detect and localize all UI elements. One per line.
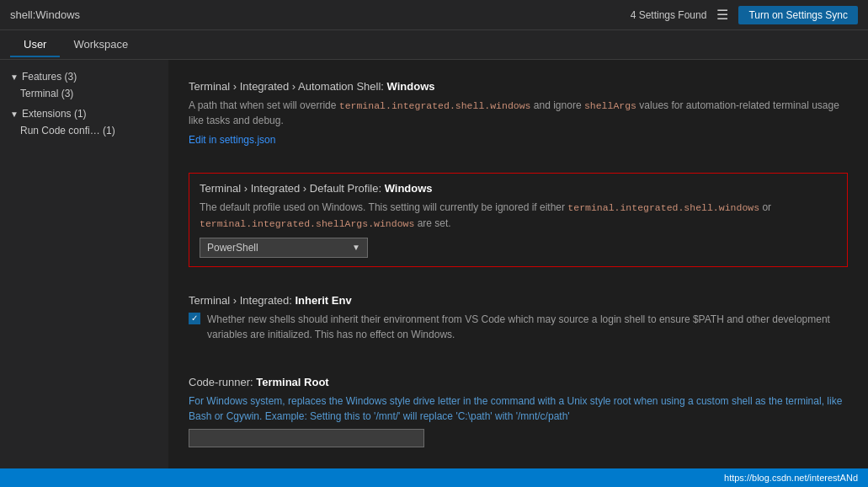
status-bar: https://blog.csdn.net/interestANd (0, 468, 868, 487)
chevron-down-icon: ▼ (10, 72, 19, 82)
tab-workspace[interactable]: Workspace (60, 33, 141, 57)
setting-inherit-env: Terminal › Integrated: Inherit Env ✓ Whe… (189, 287, 848, 349)
sidebar-section-extensions: ▼ Extensions (1) Run Code confi… (1) (0, 104, 168, 141)
sidebar-section-features: ▼ Features (3) Terminal (3) (0, 67, 168, 104)
sidebar: ▼ Features (3) Terminal (3) ▼ Extensions… (0, 60, 168, 487)
dropdown-container: PowerShell ▼ (200, 238, 837, 258)
inherit-env-checkbox[interactable]: ✓ (189, 313, 200, 324)
top-bar: shell:Windows 4 Settings Found ☰ Turn on… (0, 0, 868, 30)
setting-inherit-env-title: Terminal › Integrated: Inherit Env (189, 294, 848, 307)
setting-terminal-root-desc: For Windows system, replaces the Windows… (189, 393, 848, 424)
sidebar-item-terminal-label: Terminal (3) (20, 88, 73, 99)
dropdown-arrow-icon: ▼ (352, 243, 360, 252)
sidebar-item-run-code-label: Run Code confi… (1) (20, 125, 115, 136)
sidebar-item-features[interactable]: ▼ Features (3) (0, 68, 168, 85)
setting-default-profile-desc: The default profile used on Windows. Thi… (200, 200, 837, 231)
tabs: User Workspace (10, 33, 141, 57)
setting-automation-shell: Terminal › Integrated › Automation Shell… (189, 73, 848, 153)
setting-automation-shell-desc: A path that when set will override termi… (189, 98, 848, 128)
sidebar-item-extensions-label: Extensions (1) (22, 108, 87, 120)
setting-default-profile-title: Terminal › Integrated › Default Profile:… (200, 182, 837, 195)
tab-user[interactable]: User (10, 33, 60, 57)
setting-terminal-root-title: Code-runner: Terminal Root (189, 376, 848, 388)
setting-automation-shell-title: Terminal › Integrated › Automation Shell… (189, 80, 848, 93)
setting-default-profile: Terminal › Integrated › Default Profile:… (189, 173, 848, 267)
settings-found: 4 Settings Found (631, 9, 707, 21)
checkbox-row: ✓ Whether new shells should inherit thei… (189, 312, 848, 342)
top-bar-right: 4 Settings Found ☰ Turn on Settings Sync (631, 6, 858, 24)
setting-terminal-root: Code-runner: Terminal Root For Windows s… (189, 369, 848, 454)
sidebar-item-features-label: Features (3) (22, 71, 77, 83)
list-icon[interactable]: ☰ (716, 7, 728, 23)
sidebar-item-terminal[interactable]: Terminal (3) (0, 85, 168, 102)
main-layout: ▼ Features (3) Terminal (3) ▼ Extensions… (0, 60, 868, 487)
content-area: Terminal › Integrated › Automation Shell… (168, 60, 868, 487)
tab-bar: User Workspace (0, 30, 868, 60)
sync-button[interactable]: Turn on Settings Sync (738, 6, 858, 24)
terminal-root-input[interactable] (189, 429, 424, 447)
sidebar-item-extensions[interactable]: ▼ Extensions (1) (0, 105, 168, 122)
status-url: https://blog.csdn.net/interestANd (724, 473, 858, 483)
profile-dropdown[interactable]: PowerShell ▼ (200, 238, 368, 258)
inherit-env-label: Whether new shells should inherit their … (207, 312, 848, 342)
chevron-down-icon-ext: ▼ (10, 110, 19, 119)
sidebar-item-run-code[interactable]: Run Code confi… (1) (0, 122, 168, 139)
edit-in-settings-link[interactable]: Edit in settings.json (189, 134, 275, 146)
top-bar-title: shell:Windows (10, 8, 80, 21)
checkmark-icon: ✓ (191, 313, 198, 323)
dropdown-value: PowerShell (207, 242, 258, 254)
